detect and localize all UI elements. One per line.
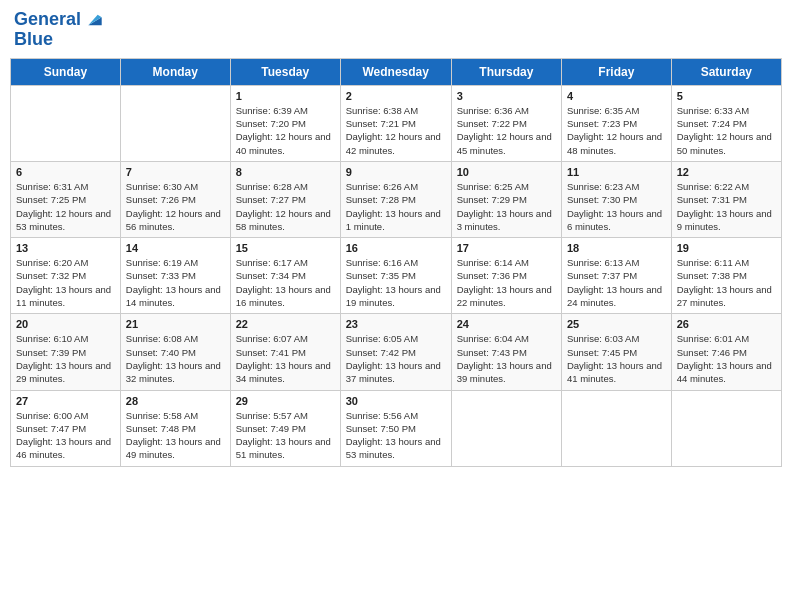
day-number: 26 bbox=[677, 318, 776, 330]
calendar-cell: 17Sunrise: 6:14 AM Sunset: 7:36 PM Dayli… bbox=[451, 238, 561, 314]
day-info: Sunrise: 6:35 AM Sunset: 7:23 PM Dayligh… bbox=[567, 104, 666, 157]
day-number: 11 bbox=[567, 166, 666, 178]
calendar-cell bbox=[11, 85, 121, 161]
day-info: Sunrise: 6:39 AM Sunset: 7:20 PM Dayligh… bbox=[236, 104, 335, 157]
logo: General Blue bbox=[14, 10, 103, 50]
day-number: 2 bbox=[346, 90, 446, 102]
day-number: 10 bbox=[457, 166, 556, 178]
day-info: Sunrise: 5:58 AM Sunset: 7:48 PM Dayligh… bbox=[126, 409, 225, 462]
calendar-cell: 11Sunrise: 6:23 AM Sunset: 7:30 PM Dayli… bbox=[561, 161, 671, 237]
day-info: Sunrise: 6:00 AM Sunset: 7:47 PM Dayligh… bbox=[16, 409, 115, 462]
day-info: Sunrise: 6:28 AM Sunset: 7:27 PM Dayligh… bbox=[236, 180, 335, 233]
calendar-cell: 7Sunrise: 6:30 AM Sunset: 7:26 PM Daylig… bbox=[120, 161, 230, 237]
day-info: Sunrise: 6:26 AM Sunset: 7:28 PM Dayligh… bbox=[346, 180, 446, 233]
calendar-cell: 21Sunrise: 6:08 AM Sunset: 7:40 PM Dayli… bbox=[120, 314, 230, 390]
day-number: 19 bbox=[677, 242, 776, 254]
day-info: Sunrise: 6:05 AM Sunset: 7:42 PM Dayligh… bbox=[346, 332, 446, 385]
calendar-cell: 20Sunrise: 6:10 AM Sunset: 7:39 PM Dayli… bbox=[11, 314, 121, 390]
calendar-cell: 12Sunrise: 6:22 AM Sunset: 7:31 PM Dayli… bbox=[671, 161, 781, 237]
day-info: Sunrise: 6:04 AM Sunset: 7:43 PM Dayligh… bbox=[457, 332, 556, 385]
day-info: Sunrise: 6:20 AM Sunset: 7:32 PM Dayligh… bbox=[16, 256, 115, 309]
day-number: 28 bbox=[126, 395, 225, 407]
weekday-header-monday: Monday bbox=[120, 58, 230, 85]
day-number: 5 bbox=[677, 90, 776, 102]
calendar-cell bbox=[120, 85, 230, 161]
day-number: 13 bbox=[16, 242, 115, 254]
day-info: Sunrise: 5:56 AM Sunset: 7:50 PM Dayligh… bbox=[346, 409, 446, 462]
calendar-cell: 26Sunrise: 6:01 AM Sunset: 7:46 PM Dayli… bbox=[671, 314, 781, 390]
calendar-cell: 19Sunrise: 6:11 AM Sunset: 7:38 PM Dayli… bbox=[671, 238, 781, 314]
day-info: Sunrise: 6:14 AM Sunset: 7:36 PM Dayligh… bbox=[457, 256, 556, 309]
weekday-header-tuesday: Tuesday bbox=[230, 58, 340, 85]
day-number: 7 bbox=[126, 166, 225, 178]
day-number: 17 bbox=[457, 242, 556, 254]
day-number: 8 bbox=[236, 166, 335, 178]
day-info: Sunrise: 6:38 AM Sunset: 7:21 PM Dayligh… bbox=[346, 104, 446, 157]
day-info: Sunrise: 6:25 AM Sunset: 7:29 PM Dayligh… bbox=[457, 180, 556, 233]
day-info: Sunrise: 6:17 AM Sunset: 7:34 PM Dayligh… bbox=[236, 256, 335, 309]
day-info: Sunrise: 6:31 AM Sunset: 7:25 PM Dayligh… bbox=[16, 180, 115, 233]
calendar-cell: 18Sunrise: 6:13 AM Sunset: 7:37 PM Dayli… bbox=[561, 238, 671, 314]
day-info: Sunrise: 6:11 AM Sunset: 7:38 PM Dayligh… bbox=[677, 256, 776, 309]
calendar-cell: 14Sunrise: 6:19 AM Sunset: 7:33 PM Dayli… bbox=[120, 238, 230, 314]
calendar-cell bbox=[451, 390, 561, 466]
day-info: Sunrise: 6:07 AM Sunset: 7:41 PM Dayligh… bbox=[236, 332, 335, 385]
calendar-table: SundayMondayTuesdayWednesdayThursdayFrid… bbox=[10, 58, 782, 467]
calendar-cell: 23Sunrise: 6:05 AM Sunset: 7:42 PM Dayli… bbox=[340, 314, 451, 390]
calendar-cell: 10Sunrise: 6:25 AM Sunset: 7:29 PM Dayli… bbox=[451, 161, 561, 237]
calendar-cell: 22Sunrise: 6:07 AM Sunset: 7:41 PM Dayli… bbox=[230, 314, 340, 390]
calendar-cell: 8Sunrise: 6:28 AM Sunset: 7:27 PM Daylig… bbox=[230, 161, 340, 237]
day-info: Sunrise: 6:33 AM Sunset: 7:24 PM Dayligh… bbox=[677, 104, 776, 157]
day-number: 23 bbox=[346, 318, 446, 330]
day-info: Sunrise: 6:10 AM Sunset: 7:39 PM Dayligh… bbox=[16, 332, 115, 385]
weekday-header-saturday: Saturday bbox=[671, 58, 781, 85]
day-number: 6 bbox=[16, 166, 115, 178]
day-number: 27 bbox=[16, 395, 115, 407]
day-number: 18 bbox=[567, 242, 666, 254]
day-info: Sunrise: 6:08 AM Sunset: 7:40 PM Dayligh… bbox=[126, 332, 225, 385]
day-info: Sunrise: 6:22 AM Sunset: 7:31 PM Dayligh… bbox=[677, 180, 776, 233]
calendar-cell bbox=[561, 390, 671, 466]
day-number: 15 bbox=[236, 242, 335, 254]
calendar-cell: 28Sunrise: 5:58 AM Sunset: 7:48 PM Dayli… bbox=[120, 390, 230, 466]
calendar-cell: 5Sunrise: 6:33 AM Sunset: 7:24 PM Daylig… bbox=[671, 85, 781, 161]
logo-text: General bbox=[14, 10, 81, 30]
day-number: 24 bbox=[457, 318, 556, 330]
day-number: 1 bbox=[236, 90, 335, 102]
calendar-cell: 15Sunrise: 6:17 AM Sunset: 7:34 PM Dayli… bbox=[230, 238, 340, 314]
day-info: Sunrise: 5:57 AM Sunset: 7:49 PM Dayligh… bbox=[236, 409, 335, 462]
day-info: Sunrise: 6:30 AM Sunset: 7:26 PM Dayligh… bbox=[126, 180, 225, 233]
day-info: Sunrise: 6:19 AM Sunset: 7:33 PM Dayligh… bbox=[126, 256, 225, 309]
day-info: Sunrise: 6:23 AM Sunset: 7:30 PM Dayligh… bbox=[567, 180, 666, 233]
day-number: 21 bbox=[126, 318, 225, 330]
logo-blue-text: Blue bbox=[14, 30, 103, 50]
calendar-cell: 9Sunrise: 6:26 AM Sunset: 7:28 PM Daylig… bbox=[340, 161, 451, 237]
calendar-cell: 2Sunrise: 6:38 AM Sunset: 7:21 PM Daylig… bbox=[340, 85, 451, 161]
day-number: 30 bbox=[346, 395, 446, 407]
day-number: 29 bbox=[236, 395, 335, 407]
weekday-header-thursday: Thursday bbox=[451, 58, 561, 85]
day-info: Sunrise: 6:13 AM Sunset: 7:37 PM Dayligh… bbox=[567, 256, 666, 309]
calendar-cell: 29Sunrise: 5:57 AM Sunset: 7:49 PM Dayli… bbox=[230, 390, 340, 466]
calendar-cell: 13Sunrise: 6:20 AM Sunset: 7:32 PM Dayli… bbox=[11, 238, 121, 314]
calendar-cell: 30Sunrise: 5:56 AM Sunset: 7:50 PM Dayli… bbox=[340, 390, 451, 466]
calendar-cell bbox=[671, 390, 781, 466]
day-number: 4 bbox=[567, 90, 666, 102]
day-number: 3 bbox=[457, 90, 556, 102]
day-info: Sunrise: 6:16 AM Sunset: 7:35 PM Dayligh… bbox=[346, 256, 446, 309]
weekday-header-friday: Friday bbox=[561, 58, 671, 85]
calendar-cell: 25Sunrise: 6:03 AM Sunset: 7:45 PM Dayli… bbox=[561, 314, 671, 390]
day-number: 20 bbox=[16, 318, 115, 330]
day-number: 9 bbox=[346, 166, 446, 178]
calendar-cell: 16Sunrise: 6:16 AM Sunset: 7:35 PM Dayli… bbox=[340, 238, 451, 314]
day-number: 25 bbox=[567, 318, 666, 330]
day-number: 16 bbox=[346, 242, 446, 254]
weekday-header-wednesday: Wednesday bbox=[340, 58, 451, 85]
day-number: 22 bbox=[236, 318, 335, 330]
day-number: 14 bbox=[126, 242, 225, 254]
weekday-header-sunday: Sunday bbox=[11, 58, 121, 85]
calendar-cell: 27Sunrise: 6:00 AM Sunset: 7:47 PM Dayli… bbox=[11, 390, 121, 466]
calendar-cell: 4Sunrise: 6:35 AM Sunset: 7:23 PM Daylig… bbox=[561, 85, 671, 161]
day-info: Sunrise: 6:01 AM Sunset: 7:46 PM Dayligh… bbox=[677, 332, 776, 385]
logo-icon bbox=[83, 10, 103, 30]
